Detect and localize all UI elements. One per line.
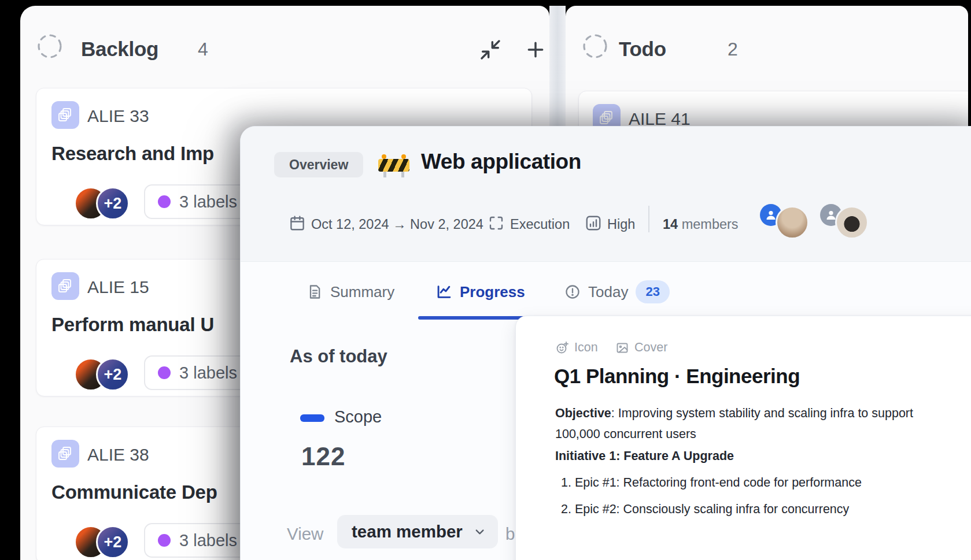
meta-divider bbox=[648, 206, 649, 232]
chevron-down-icon bbox=[473, 524, 486, 539]
project-status[interactable]: Execution bbox=[510, 217, 570, 232]
label-dot-icon bbox=[158, 534, 171, 547]
group-by-dropdown[interactable]: team member bbox=[337, 515, 498, 548]
tab-today[interactable]: Today 23 bbox=[564, 279, 670, 305]
doc-epic-item: 2. Epic #2: Consciously scaling infra fo… bbox=[561, 502, 849, 517]
issue-id: ALIE 38 bbox=[87, 445, 149, 465]
project-date-range[interactable]: Oct 12, 2024 → Nov 2, 2024 bbox=[311, 217, 483, 232]
document-card: Icon Cover Q1 Planning · Engineering Obj… bbox=[515, 316, 971, 560]
stacked-squares-icon bbox=[51, 440, 79, 468]
backlog-column-header: Backlog 4 bbox=[20, 6, 549, 81]
overview-badge: Overview bbox=[274, 152, 363, 177]
doc-title: Q1 Planning · Engineering bbox=[554, 365, 800, 388]
add-cover-button[interactable]: Cover bbox=[615, 340, 667, 355]
backlog-column-count: 4 bbox=[198, 39, 208, 60]
todo-status-icon bbox=[582, 33, 608, 60]
add-issue-icon[interactable] bbox=[524, 38, 547, 61]
as-of-today-heading: As of today bbox=[290, 346, 387, 367]
member-avatar[interactable] bbox=[835, 206, 869, 239]
doc-objective: Objective: Improving system stability an… bbox=[555, 403, 925, 444]
issue-title: Communicate Dep bbox=[51, 481, 217, 503]
todo-column-header: Todo 2 bbox=[566, 6, 968, 81]
extra-assignees-badge: +2 bbox=[96, 525, 130, 559]
issue-title: Research and Imp bbox=[51, 143, 214, 165]
tab-progress[interactable]: Progress bbox=[436, 279, 525, 305]
smiley-plus-icon bbox=[555, 341, 569, 355]
label-dot-icon bbox=[158, 366, 171, 379]
members-count: 14 members bbox=[663, 217, 739, 232]
status-frame-icon bbox=[488, 214, 505, 232]
issue-id: ALIE 15 bbox=[87, 277, 149, 297]
todo-column-count: 2 bbox=[728, 39, 738, 60]
scope-value: 122 bbox=[301, 442, 345, 471]
project-priority[interactable]: High bbox=[607, 217, 635, 232]
image-icon bbox=[615, 341, 629, 355]
priority-bars-icon bbox=[585, 214, 602, 232]
extra-assignees-badge: +2 bbox=[96, 187, 130, 220]
tab-summary[interactable]: Summary bbox=[307, 279, 394, 305]
extra-assignees-badge: +2 bbox=[96, 358, 130, 391]
issue-id: ALIE 33 bbox=[87, 106, 149, 126]
view-label: View bbox=[287, 524, 323, 544]
label-dot-icon bbox=[158, 195, 171, 208]
scope-legend-label: Scope bbox=[334, 407, 382, 427]
project-title: Web application bbox=[421, 150, 581, 174]
doc-epic-item: 1. Epic #1: Refactoring front-end code f… bbox=[561, 476, 862, 490]
doc-initiative: Initiative 1: Feature A Upgrade bbox=[555, 449, 734, 463]
calendar-icon bbox=[289, 214, 306, 232]
project-overview-modal: Overview Web application Oct 12, 2024 → … bbox=[240, 126, 971, 560]
stacked-squares-icon bbox=[51, 272, 79, 300]
document-icon bbox=[307, 284, 323, 300]
scope-legend-mark bbox=[300, 414, 324, 422]
today-count-badge: 23 bbox=[636, 280, 669, 303]
app-canvas: Backlog 4 ALIE 33 Research and Imp +2 3 … bbox=[0, 0, 971, 560]
backlog-column-title: Backlog bbox=[81, 38, 158, 61]
alert-circle-icon bbox=[564, 284, 581, 300]
add-icon-button[interactable]: Icon bbox=[555, 340, 598, 355]
stacked-squares-icon bbox=[51, 101, 79, 129]
backlog-status-icon bbox=[36, 33, 63, 60]
issue-title: Perform manual U bbox=[51, 314, 214, 336]
construction-barrier-icon bbox=[378, 154, 409, 177]
todo-column-title: Todo bbox=[619, 38, 666, 61]
modal-header: Overview Web application Oct 12, 2024 → … bbox=[241, 127, 971, 262]
collapse-column-icon[interactable] bbox=[479, 38, 502, 61]
member-avatar[interactable] bbox=[776, 206, 809, 239]
line-chart-icon bbox=[436, 284, 452, 300]
